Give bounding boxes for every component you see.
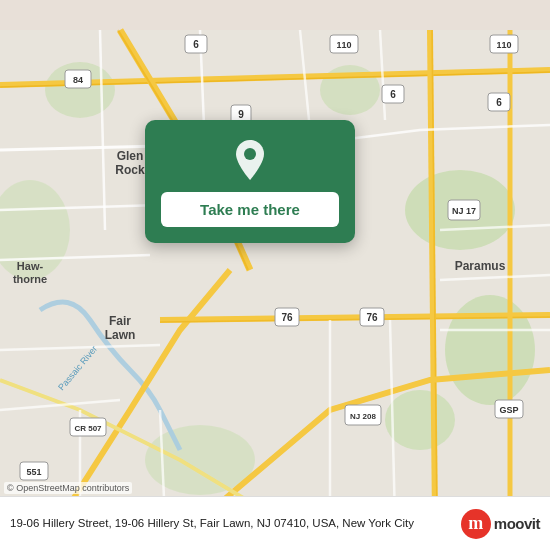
svg-text:Fair: Fair	[109, 314, 131, 328]
location-pin-icon	[228, 138, 272, 182]
svg-text:76: 76	[366, 312, 378, 323]
svg-text:CR 507: CR 507	[74, 424, 102, 433]
svg-text:76: 76	[281, 312, 293, 323]
svg-point-44	[244, 148, 256, 160]
svg-text:GSP: GSP	[499, 405, 518, 415]
svg-text:thorne: thorne	[13, 273, 47, 285]
action-card: Take me there	[145, 120, 355, 243]
svg-text:9: 9	[238, 109, 244, 120]
svg-text:551: 551	[26, 467, 41, 477]
svg-text:6: 6	[496, 97, 502, 108]
svg-text:Glen: Glen	[117, 149, 144, 163]
moovit-logo: m moovit	[461, 509, 540, 539]
map-attribution: © OpenStreetMap contributors	[4, 482, 132, 494]
svg-text:6: 6	[193, 39, 199, 50]
svg-text:NJ 17: NJ 17	[452, 206, 476, 216]
svg-text:110: 110	[496, 40, 511, 50]
map-background: 6 110 110 84 9 6 76 76 NJ 17 NJ 208 GSP …	[0, 0, 550, 550]
svg-text:Paramus: Paramus	[455, 259, 506, 273]
map-container: 6 110 110 84 9 6 76 76 NJ 17 NJ 208 GSP …	[0, 0, 550, 550]
svg-text:110: 110	[336, 40, 351, 50]
svg-text:Haw-: Haw-	[17, 260, 44, 272]
svg-text:NJ 208: NJ 208	[350, 412, 376, 421]
svg-text:Lawn: Lawn	[105, 328, 136, 342]
svg-text:84: 84	[73, 75, 83, 85]
svg-text:6: 6	[390, 89, 396, 100]
moovit-brand-text: moovit	[494, 515, 540, 532]
address-text: 19-06 Hillery Street, 19-06 Hillery St, …	[10, 515, 453, 531]
svg-text:Rock: Rock	[115, 163, 145, 177]
svg-point-2	[445, 295, 535, 405]
take-me-there-button[interactable]: Take me there	[161, 192, 339, 227]
bottom-bar: 19-06 Hillery Street, 19-06 Hillery St, …	[0, 496, 550, 550]
moovit-m-icon: m	[461, 509, 491, 539]
svg-point-3	[385, 390, 455, 450]
